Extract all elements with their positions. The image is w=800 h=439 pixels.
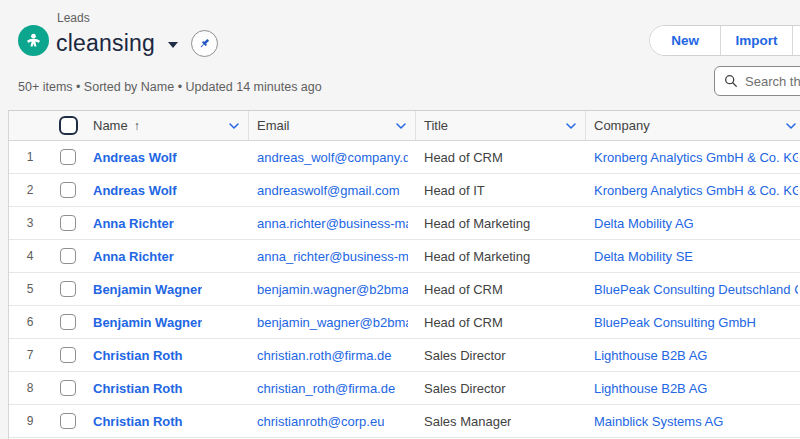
row-checkbox[interactable] [60,149,76,165]
email-link[interactable]: anna.richter@business-mail.de [257,216,408,231]
lead-name-link[interactable]: Andreas Wolf [93,150,177,165]
row-number: 1 [9,141,51,173]
column-header-title[interactable]: Title [416,111,586,140]
row-checkbox[interactable] [60,380,76,396]
company-link[interactable]: BluePeak Consulting Deutschland G... [594,282,798,297]
leads-entity-icon [18,25,49,56]
search-icon [724,74,738,88]
lead-name-link[interactable]: Anna Richter [93,249,174,264]
column-label: Email [257,118,290,133]
email-link[interactable]: christian_roth@firma.de [257,381,395,396]
row-checkbox-cell [51,405,85,437]
company-link[interactable]: Lighthouse B2B AG [594,348,707,363]
company-link[interactable]: Kronberg Analytics GmbH & Co. KG [594,150,798,165]
company-link[interactable]: Kronberg Analytics GmbH & Co. KG [594,183,798,198]
table-row[interactable]: 4Anna Richteranna_richter@business-mail.… [9,240,800,273]
email-link[interactable]: christian.roth@firma.de [257,348,392,363]
row-checkbox-cell [51,372,85,404]
table-row[interactable]: 3Anna Richteranna.richter@business-mail.… [9,207,800,240]
email-link[interactable]: benjamin.wagner@b2bmail.de [257,282,408,297]
company-cell: Mainblick Systems AG [586,405,800,437]
title-cell: Head of Marketing [424,216,530,231]
add-button[interactable]: Add [792,26,800,55]
title-cell: Head of CRM [424,282,503,297]
email-link[interactable]: anna_richter@business-mail.de [257,249,408,264]
row-checkbox-cell [51,207,85,239]
view-selector[interactable]: cleansing [56,27,218,59]
sort-ascending-icon: ↑ [134,119,140,133]
select-all-checkbox[interactable] [59,116,78,135]
row-checkbox[interactable] [60,215,76,231]
row-checkbox-cell [51,240,85,272]
name-cell: Christian Roth [85,372,249,404]
lead-name-link[interactable]: Christian Roth [93,381,183,396]
leads-view-page: Leads cleansing New Import Add 50+ items… [0,0,800,439]
row-checkbox[interactable] [60,314,76,330]
column-header-email[interactable]: Email [249,111,416,140]
column-label: Title [424,118,448,133]
company-link[interactable]: Delta Mobility SE [594,249,693,264]
table-row[interactable]: 9Christian Rothchristianroth@corp.euSale… [9,405,800,438]
search-box[interactable] [714,66,800,96]
table-row[interactable]: 7Christian Rothchristian.roth@firma.deSa… [9,339,800,372]
name-cell: Benjamin Wagner [85,273,249,305]
entity-label[interactable]: Leads [57,11,90,25]
chevron-down-icon[interactable] [565,120,577,132]
row-number: 6 [9,306,51,338]
lead-name-link[interactable]: Christian Roth [93,414,183,429]
new-button[interactable]: New [650,26,720,55]
pin-view-button[interactable] [191,30,218,57]
email-cell: anna.richter@business-mail.de [249,207,416,239]
row-checkbox[interactable] [60,182,76,198]
lead-name-link[interactable]: Benjamin Wagner [93,282,202,297]
table-row[interactable]: 8Christian Rothchristian_roth@firma.deSa… [9,372,800,405]
email-cell: benjamin_wagner@b2bmail.de [249,306,416,338]
company-link[interactable]: Delta Mobility AG [594,216,694,231]
company-cell: Lighthouse B2B AG [586,339,800,371]
pushpin-icon [197,36,212,51]
grid-header-row: Name↑EmailTitleCompany [9,111,800,141]
company-link[interactable]: BluePeak Consulting GmbH [594,315,756,330]
row-number: 2 [9,174,51,206]
row-checkbox[interactable] [60,248,76,264]
row-checkbox[interactable] [60,347,76,363]
column-header-name[interactable]: Name↑ [85,111,249,140]
lead-name-link[interactable]: Benjamin Wagner [93,315,202,330]
email-link[interactable]: andreaswolf@gmail.com [257,183,400,198]
title-cell: Head of IT [424,183,485,198]
column-header-company[interactable]: Company [586,111,800,140]
title-cell: Sales Director [416,339,586,371]
title-cell: Sales Manager [424,414,511,429]
row-checkbox[interactable] [60,413,76,429]
name-cell: Anna Richter [85,240,249,272]
lead-name-link[interactable]: Christian Roth [93,348,183,363]
chevron-down-icon[interactable] [228,120,240,132]
chevron-down-icon[interactable] [168,42,178,48]
title-cell: Sales Director [416,372,586,404]
company-cell: Delta Mobility AG [586,207,800,239]
table-row[interactable]: 5Benjamin Wagnerbenjamin.wagner@b2bmail.… [9,273,800,306]
table-row[interactable]: 1Andreas Wolfandreas_wolf@company.deHead… [9,141,800,174]
email-link[interactable]: benjamin_wagner@b2bmail.de [257,315,408,330]
import-button[interactable]: Import [720,26,791,55]
table-row[interactable]: 2Andreas Wolfandreaswolf@gmail.comHead o… [9,174,800,207]
column-label: Company [594,118,650,133]
company-cell: Lighthouse B2B AG [586,372,800,404]
lead-name-link[interactable]: Andreas Wolf [93,183,177,198]
company-link[interactable]: Mainblick Systems AG [594,414,723,429]
view-title[interactable]: cleansing [56,30,155,57]
company-link[interactable]: Lighthouse B2B AG [594,381,707,396]
company-cell: BluePeak Consulting Deutschland G... [586,273,800,305]
table-row[interactable]: 6Benjamin Wagnerbenjamin_wagner@b2bmail.… [9,306,800,339]
row-checkbox-cell [51,339,85,371]
chevron-down-icon[interactable] [785,120,797,132]
company-cell: Delta Mobility SE [586,240,800,272]
email-link[interactable]: andreas_wolf@company.de [257,150,408,165]
title-cell: Sales Director [424,348,506,363]
chevron-down-icon[interactable] [395,120,407,132]
search-input[interactable] [745,74,800,89]
email-link[interactable]: christianroth@corp.eu [257,414,384,429]
row-checkbox[interactable] [60,281,76,297]
name-cell: Christian Roth [85,339,249,371]
lead-name-link[interactable]: Anna Richter [93,216,174,231]
